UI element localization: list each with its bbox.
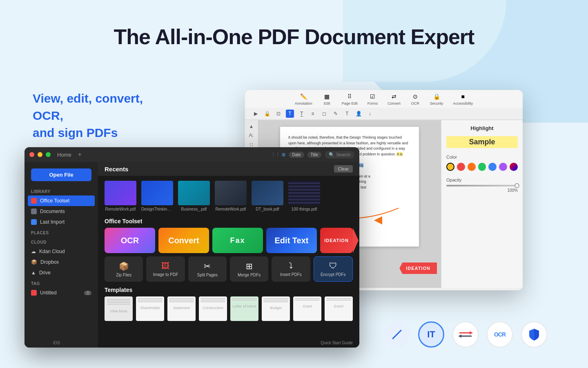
drive-icon: ▲ (31, 270, 36, 276)
swatch-yellow[interactable] (446, 163, 454, 171)
toolbar-accessibility[interactable]: ■ Accessibility (453, 92, 473, 105)
quick-start[interactable]: Quick Start Guide (321, 341, 353, 345)
sub-cursor[interactable]: ▶ (252, 110, 260, 118)
template-letter-of-intent[interactable]: Letter of Intent (230, 296, 258, 321)
sub-pen[interactable]: ✎ (332, 110, 340, 118)
svg-line-3 (393, 337, 394, 339)
recent-name-2: DesignThinking.pdf (141, 207, 173, 211)
recent-item-1[interactable]: RemoteWork.pdf (105, 181, 136, 211)
left-bar-text[interactable]: Aː (249, 132, 254, 138)
ideation-tile-label: IDEATION (324, 238, 349, 243)
ideation-badge: IDEATION (399, 263, 437, 274)
documents-icon (31, 209, 37, 214)
templates-grid: View More Shareholder Statement Construc… (105, 296, 353, 321)
forms-icon: ☑ (368, 92, 378, 101)
tool-zip-files[interactable]: 📦 Zip Files (105, 256, 143, 282)
ocr-bottom-icon[interactable]: OCR (487, 321, 513, 348)
tile-fax[interactable]: Fax (212, 228, 263, 253)
sidebar-item-drive[interactable]: ▲ Drive (24, 267, 98, 278)
recent-item-2[interactable]: DesignThinking.pdf (141, 181, 173, 211)
swatch-blue[interactable] (488, 163, 497, 171)
toolbar-ocr[interactable]: ⊙ OCR (410, 92, 420, 105)
add-tab-button[interactable]: + (78, 151, 82, 158)
template-shareholder-label: Shareholder (136, 306, 164, 310)
swatch-red[interactable] (457, 163, 465, 171)
zip-files-icon: 📦 (119, 261, 129, 271)
recent-thumb-3 (178, 181, 210, 205)
toolbar-forms[interactable]: ☑ Forms (368, 92, 378, 105)
annotation-label: Annotation (295, 101, 312, 105)
template-grant[interactable]: Grant (293, 296, 321, 321)
toolbar-annotation[interactable]: ✏️ Annotation (295, 92, 312, 105)
minimize-button[interactable] (38, 152, 42, 157)
security-label: Security (430, 101, 443, 105)
tool-image-to-pdf[interactable]: 🖼 Image to PDF (146, 256, 185, 282)
annotation-icon: ✏️ (298, 92, 308, 101)
title-sort[interactable]: Title (307, 152, 322, 158)
sub-strikethrough[interactable]: ≡ (309, 110, 317, 118)
clear-button[interactable]: Clear (334, 165, 353, 173)
tool-split-pages[interactable]: ✂ Split Pages (188, 256, 227, 282)
template-construction[interactable]: Construction (199, 296, 227, 321)
tile-convert[interactable]: Convert (158, 228, 209, 253)
shield-svg (527, 327, 541, 342)
sub-t[interactable]: T (343, 110, 351, 118)
toolbar-convert[interactable]: ⇄ Convert (388, 92, 401, 105)
sidebar-item-last-import[interactable]: Last Import (24, 217, 98, 227)
recent-item-4[interactable]: RemoteWork.pdf (215, 181, 247, 211)
toolbar-page-edit[interactable]: ⠿ Page Edit (342, 92, 358, 105)
template-view-more[interactable]: View More (105, 296, 133, 321)
swatch-orange[interactable] (468, 163, 476, 171)
tile-edittext[interactable]: Edit Text (266, 228, 317, 253)
toolbar-security[interactable]: 🔒 Security (430, 92, 443, 105)
maximize-button[interactable] (46, 152, 51, 157)
window-title: Home (57, 152, 71, 158)
close-button[interactable] (29, 152, 34, 157)
sub-text-highlight[interactable]: T (286, 110, 294, 118)
recent-item-3[interactable]: Business_.pdf (178, 181, 210, 211)
dropbox-label: Dropbox (40, 259, 59, 265)
list-icon[interactable]: ⋮⋮ (271, 152, 280, 157)
date-sort[interactable]: Date (289, 152, 304, 158)
sub-down[interactable]: ↓ (366, 110, 374, 118)
edit-text-bottom-icon[interactable]: IT (418, 321, 444, 348)
left-bar-box[interactable]: □ (250, 141, 253, 147)
tool-encrypt-pdfs[interactable]: 🛡 Encrypt PDFs (314, 256, 353, 282)
sidebar-item-dropbox[interactable]: 📦 Dropbox (24, 257, 98, 267)
recent-item-6[interactable]: 100 things.pdf (288, 181, 320, 211)
left-bar-cursor[interactable]: ▲ (249, 123, 254, 129)
convert-bottom-icon[interactable] (452, 321, 479, 348)
search-icon: 🔍 (329, 152, 334, 157)
sidebar-item-kdan-cloud[interactable]: ☁ Kdan Cloud (24, 246, 98, 257)
ocr-symbol: OCR (494, 331, 506, 338)
template-budget[interactable]: Budget (262, 296, 290, 321)
toolbar-edit[interactable]: ▦ Edit (322, 92, 332, 105)
tool-insert-pdfs[interactable]: ⤵ Insert PDFs (272, 256, 310, 282)
tile-ocr[interactable]: OCR (105, 228, 155, 253)
recent-item-5[interactable]: DT_book.pdf (252, 181, 283, 211)
sidebar-item-untitled[interactable]: Untitled 8 (24, 287, 98, 298)
pen-bottom-icon[interactable] (384, 321, 410, 348)
grid-icon[interactable]: ⊞ (282, 152, 285, 157)
template-statement[interactable]: Statement (167, 296, 196, 321)
sub-text-underline[interactable]: T̲ (297, 110, 305, 118)
search-bar[interactable]: 🔍 Search (325, 151, 354, 159)
tag-label: TAG (24, 278, 98, 287)
tile-ideation[interactable]: IDEATION (320, 228, 353, 253)
tool-merge-pdfs[interactable]: ⊞ Merge PDFs (230, 256, 268, 282)
opacity-slider[interactable] (446, 185, 518, 186)
sub-user[interactable]: 👤 (354, 110, 363, 118)
template-event[interactable]: Event (325, 296, 353, 321)
swatch-green[interactable] (478, 163, 486, 171)
sidebar-item-documents[interactable]: Documents (24, 206, 98, 217)
swatch-purple[interactable] (499, 163, 507, 171)
sidebar-item-office-toolset[interactable]: Office Toolset (28, 195, 95, 206)
template-shareholder[interactable]: Shareholder (136, 296, 164, 321)
swatch-multi[interactable] (510, 163, 518, 171)
pdf-toolbar-sub: ▶ 🔒 ⊡ T T̲ ≡ ◻ ✎ T 👤 ↓ (245, 108, 523, 120)
open-file-button[interactable]: Open File (31, 168, 91, 181)
sub-lock[interactable]: 🔒 (263, 110, 271, 118)
shield-bottom-icon[interactable] (521, 321, 547, 348)
sub-frame[interactable]: ⊡ (274, 110, 283, 118)
sub-box[interactable]: ◻ (320, 110, 328, 118)
